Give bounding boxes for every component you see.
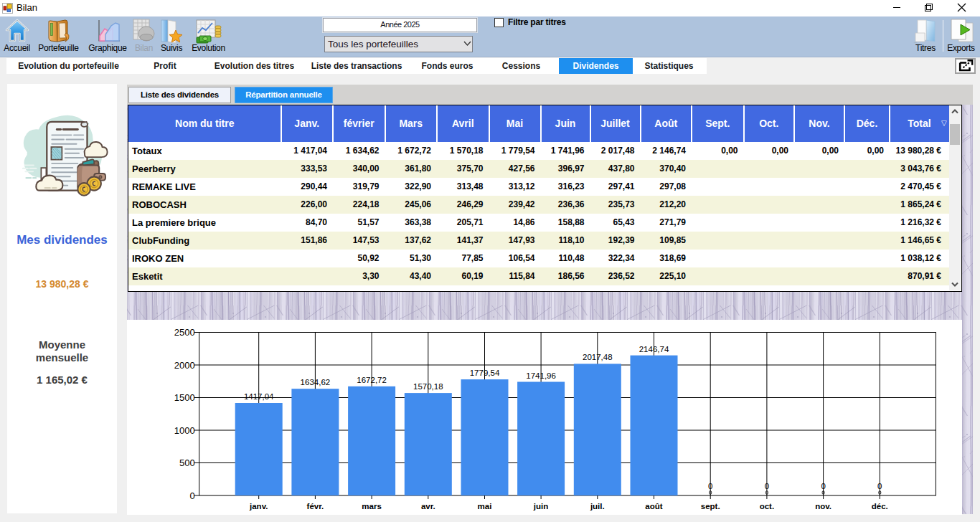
- svg-text:0: 0: [821, 482, 825, 490]
- svg-text:1500: 1500: [174, 392, 195, 403]
- svg-text:1779,54: 1779,54: [470, 369, 500, 377]
- svg-text:0: 0: [189, 490, 194, 501]
- svg-text:1000: 1000: [174, 425, 195, 436]
- svg-text:0: 0: [877, 482, 882, 490]
- svg-text:1741,96: 1741,96: [526, 371, 556, 380]
- svg-text:2146,74: 2146,74: [639, 345, 669, 353]
- svg-text:1672,72: 1672,72: [357, 376, 387, 384]
- svg-text:1417,04: 1417,04: [244, 392, 274, 401]
- svg-text:1570,18: 1570,18: [413, 382, 443, 391]
- svg-text:2017,48: 2017,48: [583, 353, 613, 361]
- svg-text:0: 0: [708, 482, 712, 490]
- svg-text:févr.: févr.: [307, 502, 324, 511]
- svg-text:oct.: oct.: [760, 502, 774, 511]
- svg-text:nov.: nov.: [815, 502, 831, 511]
- svg-text:juil.: juil.: [590, 502, 605, 511]
- svg-text:août: août: [645, 502, 662, 511]
- svg-text:janv.: janv.: [249, 502, 268, 511]
- svg-text:2000: 2000: [174, 360, 195, 371]
- svg-text:0: 0: [765, 482, 769, 490]
- svg-text:avr.: avr.: [421, 502, 435, 511]
- svg-text:juin: juin: [533, 502, 548, 511]
- svg-text:1634,62: 1634,62: [301, 378, 331, 386]
- svg-text:sept.: sept.: [701, 502, 720, 511]
- svg-text:500: 500: [179, 457, 195, 468]
- svg-text:mai: mai: [478, 502, 492, 511]
- svg-text:déc.: déc.: [872, 502, 888, 511]
- svg-text:2500: 2500: [174, 327, 195, 338]
- svg-text:mars: mars: [362, 502, 381, 511]
